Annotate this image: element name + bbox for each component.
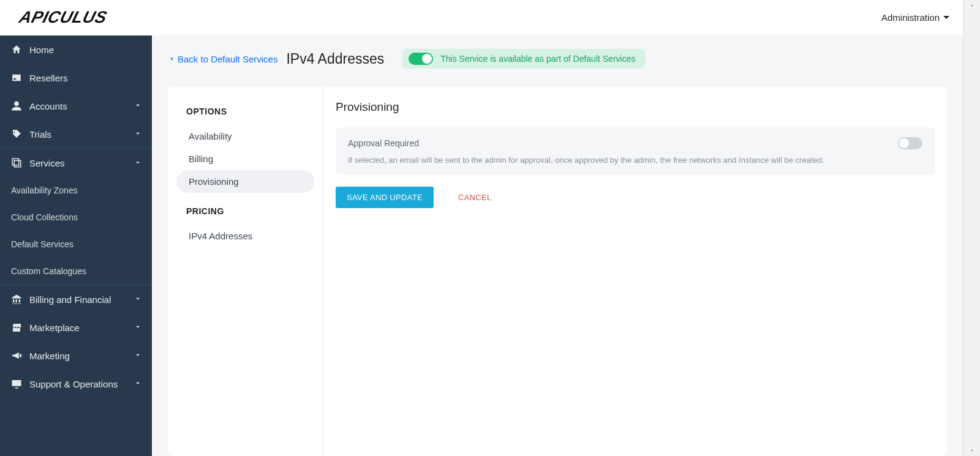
sidebar-item-label: Support & Operations bbox=[29, 379, 118, 389]
page-title: IPv4 Addresses bbox=[286, 51, 384, 67]
id-card-icon bbox=[11, 72, 22, 83]
chevron-down-icon bbox=[134, 129, 142, 140]
bank-icon bbox=[11, 294, 22, 305]
approval-panel: Approval Required If selected, an email … bbox=[336, 127, 935, 174]
settings-panel: Provisioning Approval Required If select… bbox=[323, 87, 947, 456]
scroll-up-arrow-icon[interactable] bbox=[963, 0, 980, 11]
sidebar-item-label: Marketplace bbox=[29, 323, 80, 333]
cancel-button[interactable]: CANCEL bbox=[458, 193, 492, 202]
monitor-icon bbox=[11, 378, 22, 389]
logo: APICULUS bbox=[20, 8, 107, 27]
chevron-up-icon bbox=[134, 158, 142, 168]
options-header: OPTIONS bbox=[176, 102, 314, 125]
administration-menu[interactable]: Administration bbox=[881, 12, 949, 23]
sidebar-item-marketplace[interactable]: Marketplace bbox=[0, 313, 152, 342]
sidebar-item-services[interactable]: Services bbox=[0, 149, 152, 177]
sidebar-item-resellers[interactable]: Resellers bbox=[0, 64, 152, 92]
sidebar-item-label: Services bbox=[29, 158, 65, 168]
sidebar-item-label: Billing and Financial bbox=[29, 294, 111, 305]
save-update-button[interactable]: SAVE AND UPDATE bbox=[336, 187, 434, 208]
pricing-header: PRICING bbox=[176, 201, 314, 225]
sidebar-item-trials[interactable]: Trials bbox=[0, 120, 152, 149]
option-billing[interactable]: Billing bbox=[176, 148, 314, 170]
chevron-down-icon bbox=[134, 351, 142, 361]
home-icon bbox=[11, 44, 22, 55]
sidebar-item-label: Accounts bbox=[29, 101, 67, 111]
administration-menu-label: Administration bbox=[881, 12, 940, 23]
section-title: Provisioning bbox=[336, 100, 935, 114]
approval-required-toggle[interactable] bbox=[898, 137, 922, 149]
settings-nav: OPTIONS Availability Billing Provisionin… bbox=[168, 87, 323, 456]
chevron-down-icon bbox=[134, 323, 142, 333]
approval-required-label: Approval Required bbox=[348, 138, 419, 148]
window-scrollbar[interactable] bbox=[963, 0, 980, 456]
actions-row: SAVE AND UPDATE CANCEL bbox=[336, 187, 935, 208]
chevron-down-icon bbox=[134, 379, 142, 389]
layers-icon bbox=[11, 157, 22, 168]
store-icon bbox=[11, 322, 22, 333]
sidebar-item-accounts[interactable]: Accounts bbox=[0, 92, 152, 120]
option-availability[interactable]: Availability bbox=[176, 125, 314, 148]
sidebar-subitem-default-services[interactable]: Default Services bbox=[0, 231, 152, 258]
approval-required-description: If selected, an email will be sent to th… bbox=[348, 155, 922, 165]
sidebar-item-marketing[interactable]: Marketing bbox=[0, 342, 152, 370]
chevron-left-icon bbox=[168, 55, 175, 62]
page-header: Back to Default Services IPv4 Addresses … bbox=[152, 36, 963, 87]
sidebar-subitem-custom-catalogues[interactable]: Custom Catalogues bbox=[0, 258, 152, 285]
sidebar: Home Resellers Accounts bbox=[0, 36, 152, 456]
sidebar-item-label: Home bbox=[29, 45, 54, 55]
back-link-label: Back to Default Services bbox=[178, 54, 277, 64]
back-link[interactable]: Back to Default Services bbox=[168, 54, 277, 64]
content-area: Back to Default Services IPv4 Addresses … bbox=[152, 36, 963, 456]
service-available-toggle[interactable] bbox=[409, 53, 433, 65]
pricing-ipv4-addresses[interactable]: IPv4 Addresses bbox=[176, 225, 314, 247]
chevron-down-icon bbox=[134, 294, 142, 305]
service-availability-badge: This Service is available as part of Def… bbox=[402, 49, 645, 69]
settings-card: OPTIONS Availability Billing Provisionin… bbox=[168, 87, 947, 456]
sidebar-item-support-operations[interactable]: Support & Operations bbox=[0, 370, 152, 398]
sidebar-item-label: Trials bbox=[29, 129, 51, 140]
megaphone-icon bbox=[11, 350, 22, 361]
sidebar-item-home[interactable]: Home bbox=[0, 36, 152, 64]
tag-icon bbox=[11, 129, 22, 140]
top-bar: APICULUS Administration bbox=[0, 0, 963, 36]
caret-down-icon bbox=[943, 16, 949, 19]
sidebar-item-label: Resellers bbox=[29, 73, 68, 83]
user-icon bbox=[11, 100, 22, 111]
service-availability-text: This Service is available as part of Def… bbox=[440, 54, 635, 64]
sidebar-subitem-cloud-collections[interactable]: Cloud Collections bbox=[0, 204, 152, 231]
sidebar-item-billing-financial[interactable]: Billing and Financial bbox=[0, 285, 152, 313]
scroll-down-arrow-icon[interactable] bbox=[963, 445, 980, 456]
sidebar-item-label: Marketing bbox=[29, 351, 70, 361]
option-provisioning[interactable]: Provisioning bbox=[176, 170, 314, 193]
chevron-down-icon bbox=[134, 101, 142, 111]
sidebar-subitem-availability-zones[interactable]: Availability Zones bbox=[0, 177, 152, 204]
